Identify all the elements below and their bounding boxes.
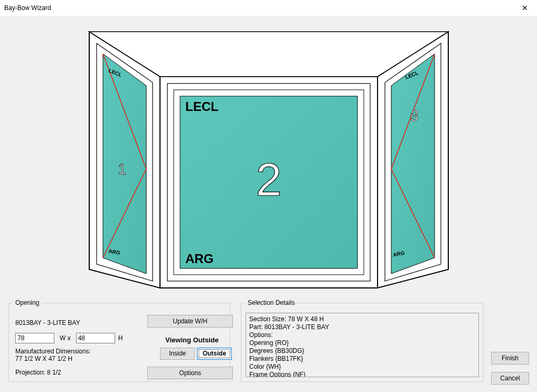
height-input[interactable] (76, 333, 115, 343)
finish-button[interactable]: Finish (491, 352, 529, 365)
details-line: Opening {RO} (249, 339, 470, 347)
view-inside-button[interactable]: Inside (160, 348, 195, 360)
viewing-label: Viewing Outside (165, 336, 219, 344)
opening-part-label: 8013BAY - 3-LITE BAY (15, 319, 80, 326)
svg-marker-11 (391, 54, 435, 274)
window-close-button[interactable]: ✕ (513, 0, 537, 16)
details-line: Part: 8013BAY - 3-LITE BAY (249, 323, 470, 331)
window-title: Bay-Bow Wizard (4, 4, 513, 12)
bay-window-preview: LECL ARG 2 LECL ARG 1 LECL A (0, 16, 537, 296)
details-line: Frame Options {NF} (249, 371, 470, 377)
left-panel-number: 1 (118, 161, 126, 178)
details-line: Flankers {BB17FK} (249, 355, 470, 363)
selection-details-group: Selection Details Section Size: 78 W X 4… (241, 303, 484, 382)
cancel-button[interactable]: Cancel (491, 372, 529, 385)
title-bar: Bay-Bow Wizard ✕ (0, 0, 537, 16)
close-icon: ✕ (522, 4, 528, 12)
details-line: Options: (249, 331, 470, 339)
opening-group: Opening 8013BAY - 3-LITE BAY Update W/H … (8, 303, 230, 382)
details-line: Section Size: 78 W X 48 H (249, 315, 470, 323)
center-glass-bottom-label: ARG (185, 251, 213, 266)
width-input[interactable] (15, 333, 54, 343)
projection-label: Projection: 8 1/2 (15, 369, 61, 376)
selection-details-text[interactable]: Section Size: 78 W X 48 H Part: 8013BAY … (246, 313, 479, 377)
view-outside-button[interactable]: Outside (197, 348, 232, 360)
options-button[interactable]: Options (147, 367, 233, 379)
center-panel-number: 2 (256, 153, 281, 206)
right-panel-number: 3 (410, 107, 419, 125)
h-label: H (118, 334, 123, 342)
wx-label: W x (60, 334, 71, 342)
center-glass-top-label: LECL (185, 99, 219, 114)
update-wh-button[interactable]: Update W/H (147, 315, 233, 328)
wh-row: W x H (15, 333, 123, 343)
view-toggle: Inside Outside (160, 348, 232, 360)
manufactured-dimensions: Manufactured Dimensions: 77 1/2 W X 47 1… (15, 348, 91, 362)
opening-legend: Opening (13, 299, 41, 306)
center-panel[interactable]: LECL ARG 2 (160, 77, 378, 288)
details-line: Degrees {BB30DG} (249, 347, 470, 355)
details-legend: Selection Details (246, 299, 297, 306)
bay-window-svg: LECL ARG 2 LECL ARG 1 LECL A (79, 16, 459, 291)
details-line: Color {WH} (249, 363, 470, 371)
